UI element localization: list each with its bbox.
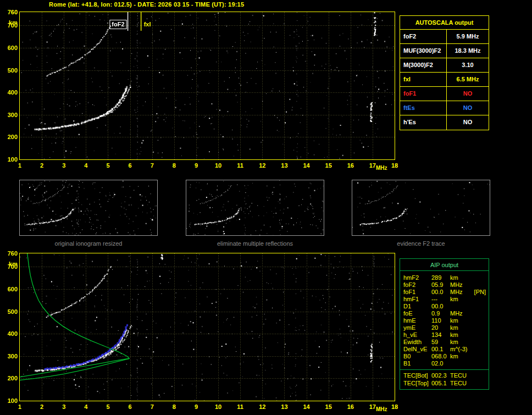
- aip-row-note: [471, 331, 489, 339]
- thumbnail-caption-evidence: evidence F2 trace: [352, 240, 490, 247]
- aip-row-label: TEC[Bot]: [400, 372, 431, 379]
- aip-row-note: [471, 281, 489, 289]
- aip-row-value: 59: [431, 339, 450, 346]
- y-tick-label-400: 400: [1, 330, 18, 337]
- thumbnail-original-ionogram: [19, 180, 158, 236]
- aip-table-rows: hmF2289kmfoF205.9MHzfoF100.0MHz[PN]hmF1-…: [400, 271, 489, 369]
- x-tick-label-15: 15: [322, 403, 335, 410]
- autoscala-row-label: M(3000)F2: [400, 58, 447, 72]
- x-tick-label-3: 3: [57, 403, 70, 410]
- aip-row-unit: TECU: [450, 372, 471, 379]
- aip-row: foF100.0MHz[PN]: [400, 289, 489, 296]
- aip-row: foF205.9MHz: [400, 281, 489, 289]
- aip-row-unit: m^(-3): [450, 346, 471, 353]
- aip-row-label: D1: [400, 303, 431, 310]
- thumbnail-eliminate-reflections: [186, 180, 324, 236]
- x-tick-label-6: 6: [124, 162, 137, 169]
- aip-row-value: 05.9: [431, 281, 450, 289]
- aip-row-label: h_vE: [400, 331, 431, 339]
- aip-row-note: [471, 360, 489, 367]
- aip-row-value: 00.0: [431, 303, 450, 310]
- aip-output-table: AIP output hmF2289kmfoF205.9MHzfoF100.0M…: [400, 258, 489, 390]
- aip-row-unit: km: [450, 274, 471, 281]
- aip-row-value: 002.3: [431, 372, 450, 379]
- aip-table-header: AIP output: [400, 259, 489, 271]
- x-tick-label-13: 13: [278, 162, 291, 169]
- autoscala-row-label: MUF(3000)F2: [400, 44, 447, 58]
- aip-row-unit: km: [450, 324, 471, 331]
- aip-row-note: [471, 274, 489, 281]
- y-tick-label-600: 600: [1, 286, 18, 292]
- aip-row-note: [471, 339, 489, 346]
- x-tick-label-16: 16: [344, 162, 357, 169]
- autoscala-table-rows: foF25.9 MHzMUF(3000)F218.3 MHzM(3000)F23…: [400, 30, 489, 130]
- aip-row-label: hmE: [400, 317, 431, 324]
- top-ionogram-plot: [19, 12, 395, 160]
- aip-row-note: [471, 372, 489, 379]
- x-axis-unit-label: MHz: [376, 406, 387, 412]
- aip-row: hmF1---km: [400, 296, 489, 303]
- autoscala-row: fxI6.5 MHz: [400, 73, 489, 87]
- aip-row-note: [471, 296, 489, 303]
- aip-row: hmF2289km: [400, 274, 489, 281]
- x-tick-label-7: 7: [146, 403, 159, 410]
- y-tick-label-200: 200: [1, 134, 18, 140]
- y-tick-label-500: 500: [1, 308, 18, 315]
- x-tick-label-2: 2: [35, 162, 48, 169]
- x-tick-label-18: 18: [388, 403, 401, 410]
- x-tick-label-8: 8: [168, 403, 181, 410]
- aip-row-note: [471, 346, 489, 353]
- aip-row-label: foF2: [400, 281, 431, 289]
- autoscala-row: foF1NO: [400, 87, 489, 101]
- y-tick-label-300: 300: [1, 112, 18, 118]
- aip-row-note: [471, 317, 489, 324]
- aip-row: ymE20km: [400, 324, 489, 331]
- aip-row-unit: km: [450, 317, 471, 324]
- autoscala-row-label: fxI: [400, 73, 447, 86]
- aip-row-value: ---: [431, 296, 450, 303]
- aip-row-value: 289: [431, 274, 450, 281]
- aip-row-unit: km: [450, 353, 471, 360]
- autoscala-row: M(3000)F23.10: [400, 58, 489, 73]
- y-tick-label-400: 400: [1, 89, 18, 96]
- x-tick-label-12: 12: [256, 162, 269, 169]
- x-tick-label-2: 2: [35, 403, 48, 410]
- autoscala-row-value: NO: [447, 115, 489, 130]
- y-tick-label-760: 760: [1, 9, 18, 15]
- autoscala-row-value: 5.9 MHz: [447, 30, 489, 43]
- autoscala-output-table: AUTOSCALA output foF25.9 MHzMUF(3000)F21…: [400, 15, 489, 130]
- bottom-ionogram-canvas: [20, 253, 395, 401]
- aip-row-label: B1: [400, 360, 431, 367]
- aip-row-unit: MHz: [450, 281, 471, 289]
- autoscala-row-value: 6.5 MHz: [447, 73, 489, 86]
- station-date-title: Rome (lat: +41.8, lon: 012.5) - DATE: 20…: [49, 1, 244, 8]
- thumbnail-evidence-canvas: [352, 180, 490, 235]
- aip-row: DelN_vE00.1m^(-3): [400, 346, 489, 353]
- aip-row-unit: MHz: [450, 289, 471, 296]
- autoscala-row-label: foF1: [400, 87, 447, 101]
- aip-row-value: 00.0: [431, 289, 450, 296]
- x-tick-label-9: 9: [190, 162, 203, 169]
- aip-row-unit: km: [450, 296, 471, 303]
- aip-row-unit: MHz: [450, 310, 471, 317]
- aip-row-unit: TECU: [450, 379, 471, 387]
- x-tick-label-9: 9: [190, 403, 203, 410]
- y-axis-unit-label: km: [1, 261, 18, 267]
- x-tick-label-10: 10: [212, 162, 225, 169]
- aip-row-label: B0: [400, 353, 431, 360]
- aip-row-unit: [450, 360, 471, 367]
- aip-row: h_vE134km: [400, 331, 489, 339]
- aip-row: TEC[Top]005.1TECU: [400, 379, 489, 387]
- y-tick-label-760: 760: [1, 250, 18, 257]
- aip-row-unit: [450, 303, 471, 310]
- x-tick-label-14: 14: [300, 403, 313, 410]
- y-tick-label-500: 500: [1, 67, 18, 74]
- x-tick-label-13: 13: [278, 403, 291, 410]
- autoscala-row-label: foF2: [400, 30, 447, 43]
- aip-row-label: DelN_vE: [400, 346, 431, 353]
- autoscala-row-value: NO: [447, 87, 489, 101]
- aip-row: foE0.9MHz: [400, 310, 489, 317]
- x-tick-label-5: 5: [101, 162, 114, 169]
- aip-row-note: [471, 353, 489, 360]
- aip-row: Ewidth59km: [400, 339, 489, 346]
